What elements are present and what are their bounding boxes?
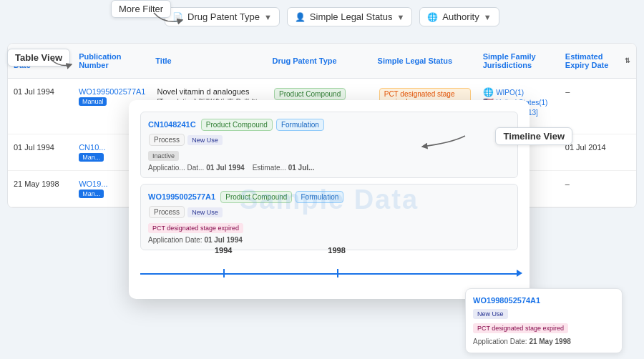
manual-tag-3: Man... — [79, 190, 104, 198]
bottom-date-row: Application Date: 21 May 1998 — [473, 338, 615, 345]
expiry-value-3: – — [565, 180, 570, 188]
title-header[interactable]: Title — [150, 49, 266, 72]
patent-date-row-2: Application Date: 01 Jul 1994 — [148, 236, 510, 244]
bottom-pct-tag: PCT designated stage expired — [473, 323, 568, 333]
patent-id-2[interactable]: WO1995002577A1 — [148, 192, 215, 201]
timeline-bar: 1994 1998 — [140, 259, 518, 287]
wipo-link[interactable]: WIPO(1) — [494, 89, 524, 97]
table-view-label: Table View — [15, 52, 62, 63]
pub-num-header[interactable]: Publication Number — [73, 49, 150, 72]
tag-formulation-2: Formulation — [296, 191, 343, 203]
legal-status-header[interactable]: Simple Legal Status — [372, 49, 477, 72]
bottom-patent-card: WO1998052574A1 New Use PCT designated st… — [465, 288, 623, 353]
more-filter-button[interactable]: More Filter — [111, 0, 171, 18]
bottom-patent-id[interactable]: WO1998052574A1 — [473, 296, 540, 305]
tag-formulation-1: Formulation — [276, 119, 324, 131]
timeline-view-label: Timeline View — [503, 131, 565, 142]
bottom-new-use-tag: New Use — [473, 309, 508, 319]
pub-num-link[interactable]: WO1995002577A1 — [79, 87, 146, 96]
pub-date-value-2: 01 Jul 1994 — [14, 143, 67, 152]
tag-new-use-2: New Use — [187, 207, 223, 217]
timeline-tick-1998 — [337, 269, 338, 277]
legal-status-label: Simple Legal Status — [378, 56, 453, 65]
pct-status-2: PCT designated stage expired — [148, 223, 243, 233]
sort-icon-expiry: ⇅ — [625, 57, 630, 64]
table-view-button[interactable]: Table View — [7, 49, 70, 67]
more-filter-label: More Filter — [119, 4, 163, 14]
tag-process-2: Process — [149, 206, 185, 218]
bottom-date-label: Application Date: — [473, 338, 527, 345]
chevron-down-icon-2: ▼ — [396, 13, 404, 21]
bottom-date-value: 21 May 1998 — [529, 338, 570, 345]
year-1994: 1994 — [215, 246, 232, 255]
authority-label: Authority — [442, 11, 479, 22]
family-header[interactable]: Simple Family Jurisdictions — [477, 49, 560, 72]
drug-type-label: Drug Patent Type — [272, 56, 336, 65]
title-en: Novel vitamin d analogues — [157, 87, 262, 96]
inactive-status-1: Inactive — [148, 151, 179, 161]
timeline-view-button[interactable]: Timeline View — [495, 127, 572, 145]
pub-date-cell: 01 Jul 1994 — [8, 84, 73, 99]
chevron-down-icon: ▼ — [264, 13, 272, 21]
table-header: Publication Date ⇅ Publication Number Ti… — [8, 44, 636, 79]
timeline-patent-card-1: CN1048241C Product Compound Formulation … — [140, 112, 518, 178]
tag-process-1: Process — [149, 134, 185, 146]
expiry-value-2: 01 Jul 2014 — [565, 143, 606, 152]
pub-num-label: Publication Number — [79, 52, 144, 69]
authority-dropdown[interactable]: 🌐 Authority ▼ — [419, 7, 499, 26]
simple-legal-status-label: Simple Legal Status — [310, 11, 393, 22]
pub-date-cell-2: 01 Jul 1994 — [8, 140, 73, 154]
timeline-patent-card-2: WO1995002577A1 Product Compound Formulat… — [140, 184, 518, 250]
title-label: Title — [155, 56, 171, 65]
family-label: Simple Family Jurisdictions — [483, 52, 554, 69]
expiry-label: Estimated Expiry Date — [565, 52, 623, 69]
tag-product-compound-1: Product Compound — [201, 119, 273, 131]
chevron-down-icon-3: ▼ — [484, 13, 492, 21]
manual-tag: Manual — [79, 97, 107, 106]
timeline-line — [140, 273, 518, 275]
product-compound-tag: Product Compound — [274, 88, 346, 100]
year-1998: 1998 — [328, 246, 345, 255]
drug-type-header[interactable]: Drug Patent Type — [266, 49, 371, 72]
pub-date-cell-3: 21 May 1998 — [8, 177, 73, 191]
patent-date-row-1: Applicatio... Dat... 01 Jul 1994 Estimat… — [148, 164, 510, 172]
expiry-value: – — [565, 87, 570, 96]
timeline-card: Sample Data CN1048241C Product Compound … — [129, 100, 530, 299]
expiry-cell-3: – — [560, 177, 636, 191]
manual-tag-2: Man... — [79, 153, 104, 162]
pub-date-value-3: 21 May 1998 — [14, 180, 67, 188]
tag-new-use-1: New Use — [187, 135, 223, 145]
expiry-cell: – — [560, 84, 636, 99]
timeline-tick-1994 — [223, 269, 225, 277]
drug-patent-type-label: Drug Patent Type — [187, 11, 260, 22]
simple-legal-status-dropdown[interactable]: 👤 Simple Legal Status ▼ — [287, 7, 413, 26]
expiry-header[interactable]: Estimated Expiry Date ⇅ — [560, 49, 636, 72]
pub-date-value: 01 Jul 1994 — [14, 87, 67, 96]
timeline-arrow-icon — [517, 270, 522, 277]
drug-patent-type-dropdown[interactable]: 📄 Drug Patent Type ▼ — [165, 7, 280, 26]
tag-product-compound-2: Product Compound — [220, 191, 292, 203]
patent-id-1[interactable]: CN1048241C — [148, 120, 196, 129]
